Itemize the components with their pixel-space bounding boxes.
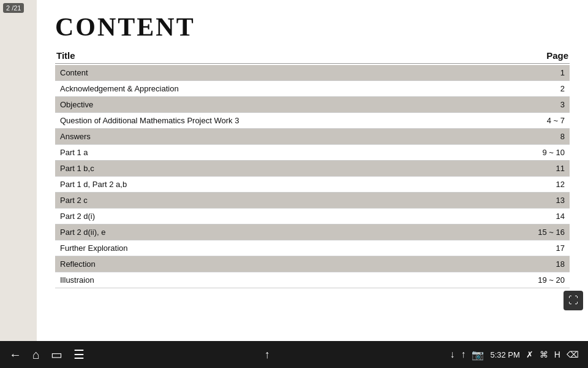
table-row: Part 2 d(ii), e 15 ~ 16	[55, 224, 570, 240]
row-page: 3	[528, 100, 565, 109]
row-title: Acknowledgement & Appreciation	[60, 84, 528, 93]
row-title: Illustraion	[60, 275, 528, 285]
row-page: 12	[528, 180, 565, 189]
status-bar: ← ⌂ ▭ ☰ ↑ ↓ ↑ 📷 5:32 PM ✗ ⌘ H ⌫	[0, 341, 588, 368]
table-row: Part 2 d(i) 14	[55, 209, 570, 224]
table-row: Part 1 d, Part 2 a,b 12	[55, 177, 570, 193]
download-icon: ↓	[450, 349, 454, 360]
table-header: Title Page	[55, 48, 570, 64]
table-row: Part 1 b,c 11	[55, 161, 570, 177]
table-row: Reflection 18	[55, 256, 570, 272]
row-title: Question of Additional Mathematics Proje…	[60, 116, 528, 125]
table-row: Part 1 a 9 ~ 10	[55, 145, 570, 161]
home-button[interactable]: ⌂	[32, 348, 40, 362]
row-title: Further Exploration	[60, 243, 528, 253]
row-title: Part 2 c	[60, 196, 528, 205]
row-page: 2	[528, 84, 565, 93]
table-row: Part 2 c 13	[55, 193, 570, 209]
row-page: 19 ~ 20	[528, 275, 565, 285]
back-button[interactable]: ←	[9, 348, 21, 362]
recent-apps-button[interactable]: ▭	[51, 347, 62, 362]
row-title: Part 2 d(i)	[60, 212, 528, 221]
nav-buttons: ← ⌂ ▭ ☰	[9, 347, 85, 362]
status-icons: ↓ ↑ 📷 5:32 PM ✗ ⌘ H ⌫	[450, 349, 579, 361]
row-title: Part 1 d, Part 2 a,b	[60, 180, 528, 189]
camera-icon: 📷	[472, 349, 484, 361]
title-col-header: Title	[56, 50, 75, 61]
wifi-icon: ⌘	[540, 350, 548, 359]
battery-icon: H	[554, 350, 560, 359]
bluetooth-icon: ✗	[526, 350, 533, 359]
row-page: 1	[528, 68, 565, 77]
table-row: Content 1	[55, 65, 570, 81]
row-page: 13	[528, 196, 565, 205]
fullscreen-button[interactable]: ⛶	[564, 291, 583, 310]
row-title: Objective	[60, 100, 528, 109]
row-page: 9 ~ 10	[528, 148, 565, 157]
page-counter: 2 /21	[3, 3, 24, 13]
row-page: 17	[528, 243, 565, 253]
row-title: Reflection	[60, 259, 528, 269]
row-title: Content	[60, 68, 528, 77]
document-area: 2 /21 CONTENT Title Page Content 1 Ackno…	[0, 0, 588, 341]
row-page: 14	[528, 212, 565, 221]
table-row: Illustraion 19 ~ 20	[55, 272, 570, 288]
row-page: 15 ~ 16	[528, 228, 565, 237]
page-strip: 2 /21	[0, 0, 37, 341]
table-row: Further Exploration 17	[55, 240, 570, 256]
menu-button[interactable]: ☰	[74, 347, 85, 362]
doc-content: CONTENT Title Page Content 1 Acknowledge…	[37, 0, 588, 341]
row-page: 18	[528, 259, 565, 269]
document-title: CONTENT	[55, 12, 570, 42]
time-display: 5:32 PM	[490, 350, 519, 359]
table-row: Question of Additional Mathematics Proje…	[55, 113, 570, 129]
row-title: Answers	[60, 132, 528, 141]
content-table: Content 1 Acknowledgement & Appreciation…	[55, 65, 570, 288]
row-title: Part 1 b,c	[60, 164, 528, 173]
table-row: Objective 3	[55, 97, 570, 113]
upload-icon: ↑	[461, 349, 466, 360]
signal-icon: ⌫	[567, 350, 579, 359]
row-title: Part 2 d(ii), e	[60, 228, 528, 237]
scroll-up-button[interactable]: ↑	[265, 348, 270, 361]
row-page: 4 ~ 7	[528, 116, 565, 125]
row-title: Part 1 a	[60, 148, 528, 157]
table-row: Answers 8	[55, 129, 570, 145]
row-page: 11	[528, 164, 565, 173]
page-col-header: Page	[546, 50, 568, 61]
table-row: Acknowledgement & Appreciation 2	[55, 81, 570, 97]
row-page: 8	[528, 132, 565, 141]
